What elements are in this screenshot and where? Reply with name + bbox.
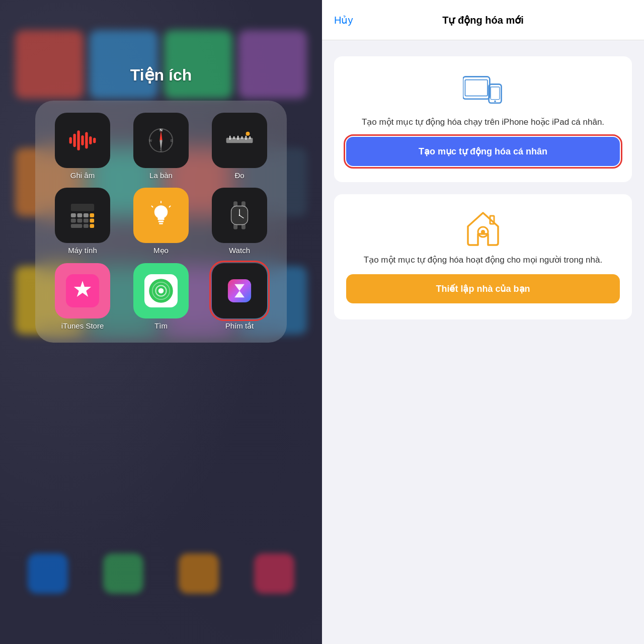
svg-rect-5	[85, 132, 88, 149]
svg-text:W: W	[149, 139, 152, 142]
page-title: Tự động hóa mới	[442, 14, 523, 26]
svg-rect-32	[71, 219, 76, 223]
folder-background: Ghi âm N S E W	[35, 101, 287, 343]
app-icon-find	[133, 263, 189, 318]
app-icon-watch	[212, 188, 267, 243]
svg-rect-24	[250, 136, 251, 139]
bottom-icon-4	[254, 553, 294, 594]
app-item-itunes[interactable]: iTunes Store	[47, 263, 118, 331]
svg-point-40	[154, 205, 168, 218]
bg-icon-4	[238, 30, 307, 99]
home-card: Tạo một mục tự động hóa hoạt động cho mọ…	[334, 194, 632, 320]
svg-point-72	[481, 230, 485, 234]
app-label-compass: La bàn	[149, 171, 173, 180]
app-icon-tips	[133, 188, 189, 243]
setup-home-button[interactable]: Thiết lập nhà của bạn	[346, 274, 620, 303]
svg-rect-41	[157, 218, 164, 220]
app-item-find[interactable]: Tìm	[126, 263, 196, 331]
app-item-tips[interactable]: Mẹo	[126, 188, 196, 255]
app-label-tips: Mẹo	[153, 246, 169, 255]
app-icon-voice	[55, 113, 110, 168]
svg-rect-28	[71, 213, 76, 217]
app-item-shortcuts[interactable]: Phím tắt	[204, 263, 275, 331]
svg-rect-29	[77, 213, 82, 217]
main-content: Tạo một mục tự động hóa chạy trên iPhone…	[322, 40, 644, 644]
svg-rect-23	[246, 136, 247, 140]
svg-rect-6	[89, 136, 92, 144]
home-card-description: Tạo một mục tự động hóa hoạt động cho mọ…	[364, 254, 602, 267]
svg-rect-68	[491, 87, 500, 100]
svg-rect-2	[73, 134, 76, 147]
svg-rect-26	[66, 199, 99, 232]
app-label-measure: Đo	[234, 171, 244, 180]
svg-point-60	[158, 288, 164, 294]
right-panel: Hủy Tự động hóa mới Tạo một mục tự động …	[322, 0, 644, 644]
svg-rect-1	[69, 137, 72, 143]
folder-container: Ghi âm N S E W	[35, 101, 287, 343]
svg-rect-37	[84, 224, 89, 228]
app-grid: Ghi âm N S E W	[47, 113, 275, 331]
svg-rect-42	[158, 221, 164, 222]
folder-title: Tiện ích	[130, 65, 192, 85]
app-icon-measure	[212, 113, 267, 168]
app-label-shortcuts: Phím tắt	[225, 321, 254, 331]
home-icon	[463, 210, 503, 246]
create-personal-automation-button[interactable]: Tạo mục tự động hóa cá nhân	[346, 137, 620, 166]
svg-rect-19	[229, 136, 230, 140]
app-item-watch[interactable]: Watch	[204, 188, 275, 255]
svg-rect-4	[81, 135, 84, 145]
svg-line-45	[152, 206, 153, 207]
svg-point-69	[494, 100, 496, 102]
app-label-itunes: iTunes Store	[61, 321, 104, 330]
header: Hủy Tự động hóa mới	[322, 0, 644, 40]
bottom-icon-3	[179, 553, 219, 594]
svg-point-25	[246, 132, 250, 136]
app-icon-calculator	[55, 188, 110, 243]
bg-icon-2	[90, 30, 158, 99]
app-item-compass[interactable]: N S E W La bàn	[126, 113, 196, 180]
app-icon-compass: N S E W	[133, 113, 189, 168]
svg-rect-64	[228, 279, 251, 302]
app-label-find: Tìm	[154, 321, 168, 330]
app-label-calculator: Máy tính	[68, 246, 97, 255]
svg-rect-20	[233, 136, 234, 139]
svg-line-46	[170, 206, 171, 207]
app-item-measure[interactable]: Đo	[204, 113, 275, 180]
svg-rect-7	[93, 138, 96, 143]
cancel-button[interactable]: Hủy	[334, 14, 353, 26]
svg-rect-35	[90, 219, 95, 223]
svg-text:E: E	[171, 139, 173, 142]
svg-rect-43	[159, 223, 163, 224]
svg-rect-27	[71, 204, 94, 211]
svg-rect-3	[77, 130, 79, 150]
bottom-icon-2	[103, 553, 143, 594]
app-item-voice[interactable]: Ghi âm	[47, 113, 118, 180]
app-label-voice: Ghi âm	[70, 171, 95, 180]
left-panel: Tiện ích	[0, 0, 322, 644]
device-icon	[463, 72, 503, 108]
bg-icon-1	[15, 30, 84, 99]
svg-rect-30	[84, 213, 89, 217]
bg-icon-3	[164, 30, 232, 99]
svg-rect-66	[465, 80, 487, 96]
app-icon-itunes	[55, 263, 110, 318]
app-item-calculator[interactable]: Máy tính	[47, 188, 118, 255]
svg-rect-31	[90, 213, 95, 217]
bottom-blurred-icons	[0, 503, 322, 644]
personal-card-description: Tạo một mục tự động hóa chạy trên iPhone…	[362, 116, 604, 129]
svg-rect-38	[90, 224, 95, 228]
personal-card: Tạo một mục tự động hóa chạy trên iPhone…	[334, 56, 632, 182]
svg-rect-33	[77, 219, 82, 223]
app-icon-shortcuts	[212, 263, 267, 318]
svg-rect-36	[71, 224, 82, 228]
svg-rect-22	[242, 136, 243, 139]
app-label-watch: Watch	[229, 246, 250, 255]
bottom-icon-1	[28, 553, 68, 594]
svg-rect-21	[237, 136, 238, 140]
svg-rect-34	[84, 219, 89, 223]
